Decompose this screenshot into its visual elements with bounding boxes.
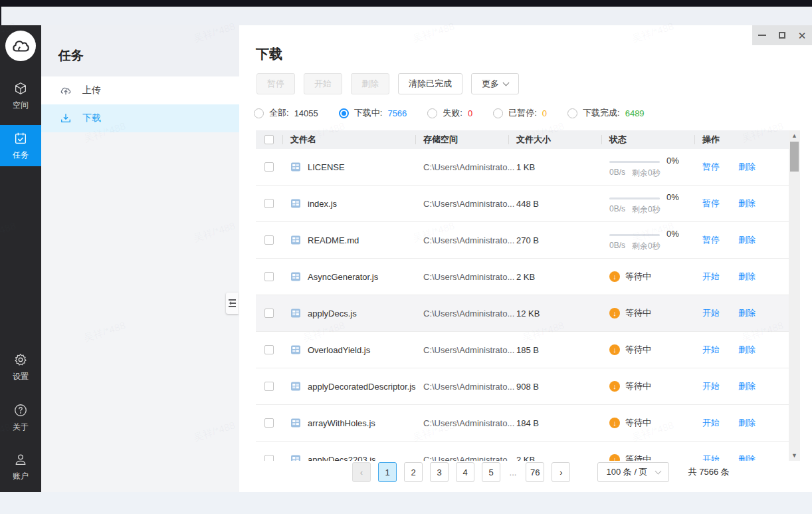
page-button-4[interactable]: 4 <box>456 462 474 482</box>
clear-completed-button[interactable]: 清除已完成 <box>398 73 462 94</box>
page-button-5[interactable]: 5 <box>482 462 500 482</box>
row-action-link[interactable]: 删除 <box>738 234 756 246</box>
more-button[interactable]: 更多 <box>471 73 519 94</box>
minimize-button[interactable] <box>754 27 771 44</box>
row-checkbox[interactable] <box>264 199 274 208</box>
row-action-link[interactable]: 删除 <box>738 271 756 283</box>
row-action-link[interactable]: 开始 <box>702 307 720 319</box>
filter-label: 下载中: <box>354 107 383 119</box>
file-name: applyDecoratedDescriptor.js <box>308 382 416 392</box>
file-name-cell: LICENSE <box>282 162 415 172</box>
sidebar-item-account[interactable]: 账户 <box>0 446 41 487</box>
column-header: 状态 <box>601 134 694 146</box>
row-action-link[interactable]: 开始 <box>702 453 720 461</box>
filter-option-3[interactable]: 已暂停:0 <box>493 107 547 119</box>
delete-button[interactable]: 删除 <box>351 73 389 94</box>
file-name: AsyncGenerator.js <box>308 272 378 282</box>
page-button-2[interactable]: 2 <box>404 462 423 482</box>
filter-option-4[interactable]: 下载完成:6489 <box>567 107 645 119</box>
row-checkbox[interactable] <box>264 272 274 281</box>
sidebar-item-tasks[interactable]: 任务 <box>0 125 41 166</box>
table-header-row: 文件名存储空间文件大小状态操作 <box>256 130 789 149</box>
status-cell: ↓ 等待中 <box>601 307 694 319</box>
table-row: applyDecoratedDescriptor.js C:\Users\Adm… <box>256 368 789 405</box>
status-label: 等待中 <box>625 453 651 461</box>
row-action-link[interactable]: 暂停 <box>702 161 720 173</box>
sidebar-item-space[interactable]: 空间 <box>0 75 41 116</box>
file-name-cell: applyDecoratedDescriptor.js <box>282 381 415 392</box>
row-action-link[interactable]: 开始 <box>702 271 720 283</box>
cube-icon <box>13 81 28 96</box>
start-button[interactable]: 开始 <box>304 73 342 94</box>
row-checkbox[interactable] <box>264 382 274 391</box>
scroll-down-arrow[interactable]: ▼ <box>791 450 797 461</box>
row-checkbox[interactable] <box>264 345 274 354</box>
row-action-link[interactable]: 删除 <box>738 307 756 319</box>
maximize-button[interactable] <box>773 27 791 44</box>
progress-status: 0% 0B/s 剩余0秒 <box>609 229 679 252</box>
last-page-button[interactable]: 76 <box>526 462 544 482</box>
sidebar-item-label: 任务 <box>13 150 29 161</box>
file-name: applyDecs2203.js <box>308 455 376 461</box>
file-icon <box>290 198 301 209</box>
file-size: 12 KB <box>508 309 601 319</box>
row-action-link[interactable]: 暂停 <box>702 234 720 246</box>
page-button-1[interactable]: 1 <box>378 462 397 482</box>
next-page-button[interactable]: › <box>552 462 570 482</box>
row-checkbox[interactable] <box>264 235 274 245</box>
radio-icon <box>567 108 577 118</box>
row-action-link[interactable]: 删除 <box>738 453 756 461</box>
waiting-status: ↓ 等待中 <box>609 307 651 319</box>
page-button-3[interactable]: 3 <box>430 462 449 482</box>
table-row: OverloadYield.js C:\Users\Administrato..… <box>256 332 789 368</box>
file-name: OverloadYield.js <box>308 345 370 355</box>
scrollbar-thumb[interactable] <box>790 142 799 172</box>
row-checkbox-cell <box>256 418 282 428</box>
row-action-link[interactable]: 删除 <box>738 197 756 209</box>
row-action-link[interactable]: 删除 <box>738 380 756 392</box>
row-checkbox[interactable] <box>264 309 274 318</box>
sidebar-item-label: 账户 <box>13 471 29 482</box>
row-checkbox[interactable] <box>264 418 274 428</box>
table-row: index.js C:\Users\Administrato... 448 B … <box>256 186 789 222</box>
table-row: README.md C:\Users\Administrato... 270 B… <box>256 222 789 259</box>
page-size-select[interactable]: 100 条 / 页 <box>597 462 668 482</box>
file-name: applyDecs.js <box>308 309 357 319</box>
row-action-link[interactable]: 删除 <box>738 161 756 173</box>
filter-option-0[interactable]: 全部:14055 <box>254 107 318 119</box>
filter-option-2[interactable]: 失败:0 <box>427 107 472 119</box>
sidebar-item-settings[interactable]: 设置 <box>0 346 41 388</box>
panel-item-download[interactable]: 下载 <box>41 104 239 132</box>
scroll-up-arrow[interactable]: ▲ <box>791 130 797 141</box>
row-action-link[interactable]: 删除 <box>738 344 756 356</box>
row-checkbox-cell <box>256 455 282 461</box>
waiting-status: ↓ 等待中 <box>609 344 651 356</box>
select-all-checkbox[interactable] <box>264 135 274 144</box>
row-checkbox[interactable] <box>264 162 274 172</box>
chevron-down-icon <box>655 467 661 474</box>
table-row: arrayWithHoles.js C:\Users\Administrato.… <box>256 405 789 442</box>
progress-status: 0% 0B/s 剩余0秒 <box>609 192 679 215</box>
row-action-link[interactable]: 暂停 <box>702 197 720 209</box>
waiting-icon: ↓ <box>609 271 620 282</box>
radio-icon <box>493 108 503 118</box>
file-name-cell: OverloadYield.js <box>282 344 415 355</box>
row-action-link[interactable]: 开始 <box>702 417 720 429</box>
collapse-handle-bar <box>229 306 236 307</box>
waiting-icon: ↓ <box>609 308 620 319</box>
file-icon <box>290 344 301 355</box>
panel-collapse-handle[interactable] <box>226 293 239 314</box>
file-path: C:\Users\Administrato... <box>415 455 508 461</box>
close-button[interactable]: ✕ <box>793 27 811 44</box>
panel-item-upload[interactable]: 上传 <box>41 76 239 104</box>
pause-button[interactable]: 暂停 <box>256 73 295 94</box>
filter-option-1[interactable]: 下载中:7566 <box>339 107 407 119</box>
sidebar-item-about[interactable]: 关于 <box>0 397 41 438</box>
row-action-link[interactable]: 开始 <box>702 380 720 392</box>
row-action-link[interactable]: 开始 <box>702 344 720 356</box>
progress-bar <box>609 197 660 199</box>
collapse-handle-arrow <box>231 303 236 304</box>
row-checkbox[interactable] <box>264 455 274 461</box>
prev-page-button[interactable]: ‹ <box>352 462 371 482</box>
row-action-link[interactable]: 删除 <box>738 417 756 429</box>
